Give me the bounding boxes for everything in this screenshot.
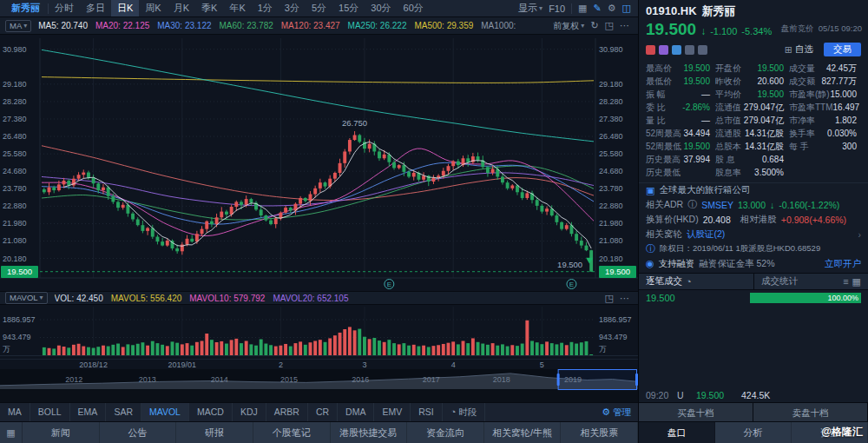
- depth-tab[interactable]: 买盘十档: [639, 403, 753, 421]
- indicator-value-chip[interactable]: MA1000:: [481, 21, 516, 30]
- quote-panel: 01910.HK 新秀丽 盘前竞价 05/15 09:20 19.500 ↓ -…: [638, 0, 868, 421]
- indicator-value-chip[interactable]: MAVOL20: 652.105: [273, 294, 348, 303]
- manage-button[interactable]: ⚙ 管理: [595, 407, 638, 419]
- period-tab[interactable]: 多日: [80, 0, 111, 17]
- quote-value: —: [701, 114, 710, 127]
- candlestick-chart[interactable]: 26.75019.500EE 30.98030.98029.18029.1802…: [0, 35, 638, 291]
- bottom-nav-item[interactable]: 研报: [176, 422, 253, 443]
- indicator-tab[interactable]: EMA: [70, 403, 107, 421]
- indicator-tab[interactable]: BOLL: [30, 403, 70, 421]
- indicator-value-chip[interactable]: MAVOL5: 556.420: [111, 294, 182, 303]
- trade-sections-bar: 逐笔成交 ◔ 成交统计 ≡ ▦: [639, 273, 868, 290]
- period-tab[interactable]: 5分: [306, 0, 332, 17]
- indicator-tab[interactable]: MAVOL: [141, 403, 189, 421]
- bottom-nav-item[interactable]: 相关股票: [561, 422, 638, 443]
- open-account-link[interactable]: 立即开户: [825, 258, 861, 270]
- pencil-icon[interactable]: ✎: [594, 3, 602, 13]
- tab-trade-stats[interactable]: 成交统计 ≡ ▦: [753, 274, 868, 289]
- adr-price: 13.000: [738, 200, 766, 210]
- svg-text:E: E: [387, 281, 391, 288]
- period-tab[interactable]: 1分: [252, 0, 279, 17]
- relative-value: +0.908(+4.66%): [781, 215, 846, 225]
- indicator-value-chip[interactable]: MA20: 22.125: [95, 21, 149, 30]
- bottom-nav-item[interactable]: 公告: [100, 422, 177, 443]
- ex-dividend-row: ⓘ 除权日：2019/06/11 1股派股息HKD0.68529: [639, 241, 868, 256]
- indicator-value-chip[interactable]: MA250: 26.222: [348, 21, 407, 30]
- indicator-tab[interactable]: EMV: [374, 403, 411, 421]
- add-watchlist-button[interactable]: ⊞ 自选: [785, 43, 813, 56]
- period-tab[interactable]: 季K: [195, 0, 223, 17]
- indicator-value-chip[interactable]: MA5: 20.740: [38, 21, 88, 30]
- volume-chart[interactable]: 1886.9571886.957943.479943.479万万: [0, 305, 638, 359]
- adr-symbol-link[interactable]: SMSEY: [701, 200, 733, 210]
- indicator-tab[interactable]: MA: [0, 403, 30, 421]
- indicator-value-chip[interactable]: MA500: 29.359: [414, 21, 473, 30]
- period-tab[interactable]: 日K: [111, 0, 139, 17]
- more-icon[interactable]: ⋯: [620, 294, 629, 303]
- company-summary-row[interactable]: ▣ 全球最大的旅行箱公司: [639, 182, 868, 197]
- related-warrants-row[interactable]: 相关窝轮 认股证(2) ›: [639, 227, 868, 241]
- indicator-tab[interactable]: MACD: [189, 403, 233, 421]
- time-axis-label: 2019/01: [168, 360, 197, 369]
- period-tab[interactable]: 年K: [223, 0, 251, 17]
- adr-down-arrow-icon: ↓: [770, 200, 774, 210]
- bottom-nav-item[interactable]: 新闻: [23, 422, 100, 443]
- f10-button[interactable]: F10: [549, 3, 565, 14]
- indicator-value-chip[interactable]: MAVOL10: 579.792: [189, 294, 265, 303]
- expand-icon[interactable]: ◳: [605, 294, 614, 303]
- indicator-value-chip[interactable]: MA120: 23.427: [281, 21, 340, 30]
- period-tab[interactable]: 60分: [398, 0, 430, 17]
- related-adr-row[interactable]: 相关ADR ⓘ SMSEY 13.000 ↓ -0.160(-1.22%): [639, 197, 868, 212]
- range-navigator[interactable]: 20122013201420152016201720182019: [0, 369, 638, 390]
- indicator-tab[interactable]: CR: [308, 403, 338, 421]
- quote-label: 委 比: [646, 101, 666, 114]
- warrants-link[interactable]: 认股证(2): [687, 228, 725, 241]
- quote-label: 流通股: [715, 127, 741, 140]
- display-menu[interactable]: 显示▾: [518, 2, 542, 15]
- indicator-value-chip[interactable]: VOL: 42.450: [55, 294, 103, 303]
- indicator-value-chip[interactable]: MA30: 23.122: [157, 21, 211, 30]
- quote-field: 量 比—: [646, 114, 715, 127]
- panel-toggle-icon[interactable]: ◫: [622, 3, 631, 13]
- indicator-tab-session[interactable]: ◔时段: [443, 403, 486, 421]
- bottom-nav-item[interactable]: 港股快捷交易: [331, 422, 408, 443]
- apps-grid-icon[interactable]: ▦: [0, 422, 23, 443]
- adjust-mode-button[interactable]: 前复权▾: [553, 20, 584, 32]
- period-tab[interactable]: 周K: [139, 0, 167, 17]
- panel-tab[interactable]: 分析: [715, 422, 792, 443]
- indicator-value-chip[interactable]: MA60: 23.782: [220, 21, 273, 30]
- period-tab[interactable]: 分时: [49, 0, 80, 17]
- grid-icon[interactable]: ▦: [852, 277, 861, 287]
- list-icon[interactable]: ≡: [843, 277, 848, 287]
- bottom-nav-item[interactable]: 个股笔记: [253, 422, 331, 443]
- bottom-nav-item[interactable]: 相关窝轮/牛熊: [484, 422, 562, 443]
- mavol-group-tag[interactable]: MAVOL▾: [5, 292, 48, 304]
- period-tab[interactable]: 30分: [365, 0, 397, 17]
- indicator-tab[interactable]: DMA: [338, 403, 374, 421]
- refresh-icon[interactable]: ↻: [590, 21, 598, 30]
- settings-icon[interactable]: ⚙: [608, 3, 616, 13]
- panel-tab[interactable]: 盘口: [639, 422, 715, 443]
- depth-tab[interactable]: 卖盘十档: [753, 403, 868, 421]
- stock-tab[interactable]: 新秀丽: [3, 2, 48, 15]
- period-tab[interactable]: 15分: [332, 0, 365, 17]
- ma-group-tag[interactable]: MA▾: [5, 20, 31, 32]
- indicator-tab[interactable]: KDJ: [233, 403, 266, 421]
- period-tab[interactable]: 月K: [168, 0, 195, 17]
- conversion-label: 换算价(HKD): [646, 214, 699, 226]
- indicator-tab[interactable]: SAR: [106, 403, 141, 421]
- more-icon[interactable]: ⋯: [620, 21, 629, 30]
- time-axis-label: 4: [451, 360, 456, 369]
- tab-tick-list[interactable]: 逐笔成交 ◔: [639, 274, 753, 289]
- quote-field: 市净率1.802: [789, 114, 862, 127]
- period-tab[interactable]: 3分: [279, 0, 306, 17]
- bottom-nav-item[interactable]: 资金流向: [407, 422, 484, 443]
- quote-label: 市盈率(静): [789, 88, 830, 101]
- layout-grid-icon[interactable]: ▦: [578, 3, 587, 13]
- quote-value: 1.802: [835, 114, 857, 127]
- indicator-tab[interactable]: RSI: [411, 403, 443, 421]
- volume-distribution-bar: 100.00%: [750, 293, 861, 303]
- expand-icon[interactable]: ◳: [605, 21, 614, 30]
- indicator-tab[interactable]: ARBR: [266, 403, 308, 421]
- trade-button[interactable]: 交易: [824, 43, 861, 56]
